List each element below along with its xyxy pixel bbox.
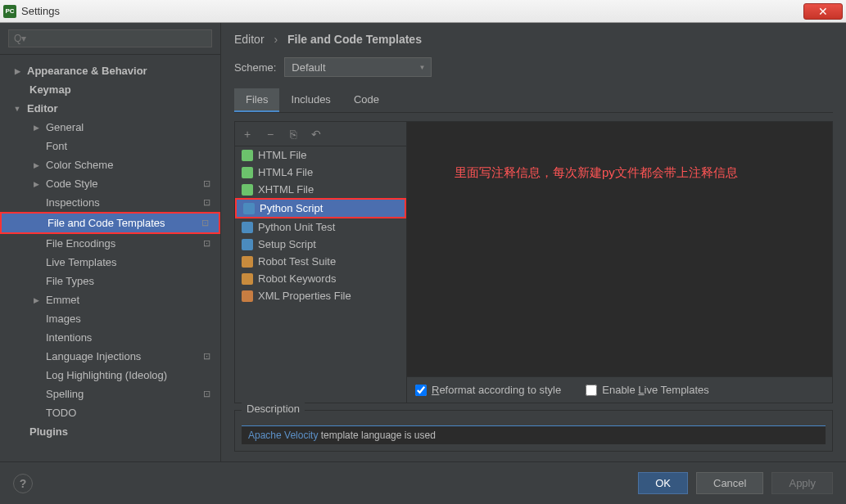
tree-item-label: General [46,121,84,133]
sidebar: Appearance & BehaviorKeymapEditorGeneral… [0,23,221,461]
window-close-button[interactable]: ✕ [803,3,843,20]
template-item-robot-test-suite[interactable]: Robot Test Suite [235,253,406,270]
tree-arrow-icon[interactable] [31,123,41,133]
robot-file-icon [242,273,253,285]
scheme-row: Scheme: Default [234,57,833,77]
html-file-icon [242,184,253,196]
tree-arrow-icon[interactable] [31,160,41,170]
close-icon: ✕ [818,5,828,18]
template-toolbar: + − ⎘ ↶ [235,122,406,146]
scheme-select-wrapper: Default [284,57,432,77]
tabs: FilesIncludesCode [234,88,833,113]
sidebar-item-file-types[interactable]: File Types [0,272,220,290]
template-item-label: XHTML File [258,183,314,196]
template-area: + − ⎘ ↶ HTML FileHTML4 FileXHTML FilePyt… [234,121,833,403]
title-bar[interactable]: PC Settings ✕ [0,0,846,23]
tree-item-label: Color Scheme [46,159,113,171]
editor-area[interactable]: 里面写注释信息，每次新建py文件都会带上注释信息 [407,122,832,376]
add-button[interactable]: + [240,127,255,142]
svg-rect-7 [242,273,253,285]
sidebar-item-emmet[interactable]: Emmet [0,290,220,309]
svg-rect-8 [242,290,253,302]
sidebar-search-input[interactable] [8,29,212,47]
xml-file-icon [242,290,253,302]
template-list-panel: + − ⎘ ↶ HTML FileHTML4 FileXHTML FilePyt… [235,122,407,403]
template-item-html-file[interactable]: HTML File [235,146,406,164]
sidebar-item-color-scheme[interactable]: Color Scheme [0,155,220,174]
copy-button[interactable]: ⎘ [286,127,301,142]
undo-button[interactable]: ↶ [309,127,323,142]
template-item-robot-keywords[interactable]: Robot Keywords [235,270,406,287]
sidebar-item-images[interactable]: Images [0,309,220,328]
footer: ? OK Cancel Apply [0,461,846,504]
tree-item-label: Plugins [29,425,68,438]
editor-annotation: 里面写注释信息，每次新建py文件都会带上注释信息 [455,163,738,182]
template-item-html4-file[interactable]: HTML4 File [235,164,406,181]
tree-item-label: Code Style [46,178,98,190]
sidebar-item-general[interactable]: General [0,118,220,137]
sidebar-item-editor[interactable]: Editor [0,99,220,118]
sidebar-item-spelling[interactable]: Spelling⊡ [0,385,220,403]
template-item-python-unit-test[interactable]: Python Unit Test [235,218,406,236]
tree-item-label: Live Templates [46,256,116,268]
breadcrumb-root[interactable]: Editor [234,33,265,46]
tree-item-label: Spelling [46,388,84,400]
tree-arrow-icon[interactable] [12,104,22,114]
template-item-label: XML Properties File [258,290,351,302]
apply-button[interactable]: Apply [771,472,833,494]
tree-item-label: TODO [46,407,76,419]
sidebar-item-language-injections[interactable]: Language Injections⊡ [0,347,220,366]
sidebar-item-plugins[interactable]: Plugins [0,422,220,441]
sidebar-item-keymap[interactable]: Keymap [0,80,220,99]
ok-button[interactable]: OK [638,472,688,494]
sidebar-item-todo[interactable]: TODO [0,403,220,422]
python-file-icon [243,203,255,214]
sidebar-item-log-highlighting-ideolog-[interactable]: Log Highlighting (Ideolog) [0,366,220,385]
template-item-python-script[interactable]: Python Script [235,198,406,218]
live-templates-checkbox-wrapper[interactable]: Enable Live Templates [586,384,709,396]
tab-includes[interactable]: Includes [279,88,342,112]
tree-arrow-icon[interactable] [31,295,41,305]
description-text: template language is used [318,430,435,441]
template-item-xml-properties-file[interactable]: XML Properties File [235,287,406,304]
template-item-label: Robot Keywords [258,272,336,285]
sidebar-item-live-templates[interactable]: Live Templates [0,253,220,272]
svg-rect-2 [242,184,253,196]
tree-item-label: File and Code Templates [48,217,165,229]
live-templates-checkbox[interactable] [586,385,597,396]
reformat-checkbox[interactable] [415,385,427,396]
sidebar-item-file-and-code-templates[interactable]: File and Code Templates⊡ [0,212,220,234]
tab-code[interactable]: Code [342,88,391,112]
window-title: Settings [21,5,60,17]
editor-panel: 里面写注释信息，每次新建py文件都会带上注释信息 Reformat accord… [407,122,832,403]
tree-arrow-icon[interactable] [31,179,41,189]
tab-files[interactable]: Files [234,88,279,112]
sidebar-item-file-encodings[interactable]: File Encodings⊡ [0,234,220,253]
scheme-select[interactable]: Default [284,57,432,77]
svg-rect-5 [242,239,253,250]
reformat-checkbox-wrapper[interactable]: Reformat according to style [415,384,561,396]
help-button[interactable]: ? [13,474,33,493]
breadcrumb-current: File and Code Templates [287,33,422,46]
sidebar-item-code-style[interactable]: Code Style⊡ [0,174,220,193]
cancel-button[interactable]: Cancel [696,472,763,494]
description-content: Apache Velocity template language is use… [242,425,826,444]
template-item-setup-script[interactable]: Setup Script [235,236,406,253]
app-icon: PC [3,5,16,18]
tree-item-label: Language Injections [46,350,141,362]
settings-badge-icon: ⊡ [201,238,212,250]
sidebar-item-inspections[interactable]: Inspections⊡ [0,193,220,212]
remove-button[interactable]: − [263,127,278,142]
sidebar-item-font[interactable]: Font [0,137,220,155]
sidebar-item-intentions[interactable]: Intentions [0,328,220,347]
svg-rect-1 [242,167,253,178]
content-panel: Editor › File and Code Templates Scheme:… [221,23,846,461]
tree-arrow-icon[interactable] [12,66,22,76]
svg-rect-0 [242,150,253,161]
apache-velocity-link[interactable]: Apache Velocity [248,430,318,441]
sidebar-item-appearance-behavior[interactable]: Appearance & Behavior [0,61,220,80]
template-item-xhtml-file[interactable]: XHTML File [235,181,406,198]
editor-options: Reformat according to style Enable Live … [407,376,832,403]
scheme-label: Scheme: [234,61,276,74]
settings-badge-icon: ⊡ [201,389,212,400]
